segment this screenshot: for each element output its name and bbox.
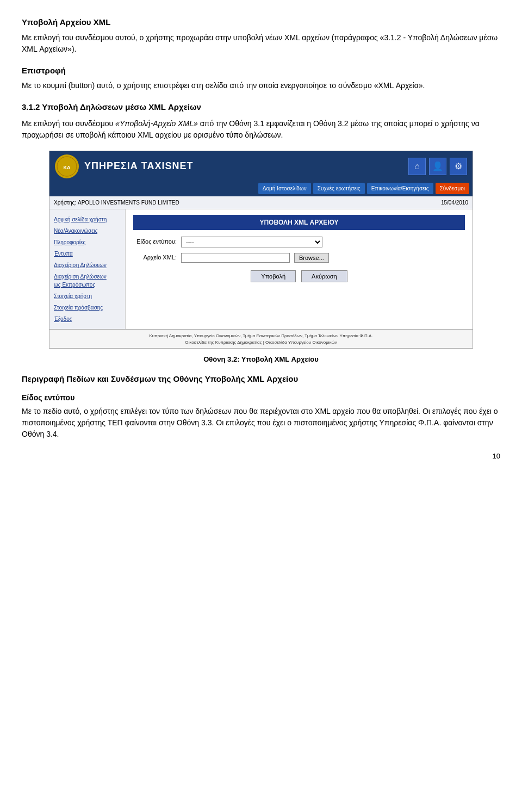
form-actions: Υποβολή Ακύρωση bbox=[133, 270, 465, 282]
fields-section-title: Περιγραφή Πεδίων και Συνδέσμων της Οθόνη… bbox=[22, 373, 500, 386]
section-xml-upload-title: Υποβολή Αρχείου XML bbox=[22, 16, 500, 29]
sidebar-link-logout[interactable]: Έξοδος bbox=[49, 313, 125, 325]
sidebar-link-home[interactable]: Αρχική σελίδα χρήστη bbox=[49, 214, 125, 225]
fields-subsection-body: Με το πεδίο αυτό, ο χρήστης επιλέγει τον… bbox=[22, 406, 500, 440]
subsection-title: 3.1.2 Υποβολή Δηλώσεων μέσω XML Αρχείων bbox=[22, 101, 500, 114]
nav-item-faq[interactable]: Συχνές ερωτήσεις bbox=[313, 183, 365, 194]
sidebar-link-news[interactable]: Νέα/Ανακοινώσεις bbox=[49, 225, 125, 237]
screenshot-footer: Κυπριακή Δημοκρατία, Υπουργείο Οικονομικ… bbox=[49, 329, 473, 348]
label-eidos-entypou: Είδος εντύπου: bbox=[133, 237, 177, 246]
form-row-eidos: Είδος εντύπου: ---- bbox=[133, 237, 465, 247]
user-info-label: Χρήστης: APOLLO INVESTMENTS FUND LIMITED bbox=[54, 199, 179, 207]
icon-home: ⌂ bbox=[408, 158, 426, 175]
main-form-content: ΥΠΟΒΟΛΗ XML ΑΡΧΕΙΟΥ Είδος εντύπου: ---- … bbox=[126, 209, 473, 329]
svg-text:ΚΔ: ΚΔ bbox=[64, 165, 71, 170]
footer-line1: Κυπριακή Δημοκρατία, Υπουργείο Οικονομικ… bbox=[54, 333, 468, 339]
nav-bar: Δομή Ιστοσελίδων Συχνές ερωτήσεις Επικοι… bbox=[49, 182, 473, 196]
sidebar-link-manage-decl-rep[interactable]: Διαχείριση Δηλώσεωνως Εκπρόσωπος bbox=[49, 271, 125, 290]
icon-settings: ⚙ bbox=[450, 158, 467, 175]
sidebar-link-access-info[interactable]: Στοιχεία πρόσβασης bbox=[49, 302, 125, 313]
date-label: 15/04/2010 bbox=[441, 199, 468, 207]
screenshot-caption: Οθόνη 3.2: Υποβολή XML Αρχείου bbox=[22, 354, 500, 365]
screenshot-header: ΚΔ ΥΠΗΡΕΣΙΑ TAXISNET ⌂ 👤 ⚙ bbox=[49, 151, 473, 182]
user-info-bar: Χρήστης: APOLLO INVESTMENTS FUND LIMITED… bbox=[49, 196, 473, 209]
fields-description-section: Περιγραφή Πεδίων και Συνδέσμων της Οθόνη… bbox=[22, 373, 500, 440]
label-arxeio-xml: Αρχείο XML: bbox=[133, 253, 177, 262]
icon-user: 👤 bbox=[429, 158, 446, 175]
sidebar-link-user-info[interactable]: Στοιχεία χρήστη bbox=[49, 290, 125, 302]
logo-icon: ΚΔ bbox=[55, 154, 79, 178]
sidebar-link-info[interactable]: Πληροφορίες bbox=[49, 237, 125, 248]
form-title: ΥΠΟΒΟΛΗ XML ΑΡΧΕΙΟΥ bbox=[133, 215, 465, 230]
header-logo-row: ΚΔ ΥΠΗΡΕΣΙΑ TAXISNET bbox=[55, 154, 194, 178]
sidebar-link-manage-decl[interactable]: Διαχείριση Δηλώσεων bbox=[49, 259, 125, 271]
select-eidos-entypou[interactable]: ---- bbox=[181, 237, 322, 247]
input-arxeio-xml[interactable] bbox=[181, 253, 290, 263]
subsection-para1: Με επιλογή του συνδέσμου «Υποβολή-Αρχείο… bbox=[22, 118, 500, 141]
nav-item-links[interactable]: Σύνδεσμοι bbox=[436, 183, 469, 194]
cancel-button[interactable]: Ακύρωση bbox=[301, 270, 347, 282]
section-xml-upload: Υποβολή Αρχείου XML Με επιλογή του συνδέ… bbox=[22, 16, 500, 55]
footer-line2: Οικοσελίδα της Κυπριακής Δημοκρατίας | Ο… bbox=[54, 339, 468, 346]
section-return-body: Με το κουμπί (button) αυτό, ο χρήστης επ… bbox=[22, 80, 500, 91]
screenshot-container: ΚΔ ΥΠΗΡΕΣΙΑ TAXISNET ⌂ 👤 ⚙ Δομή Ιστοσελί… bbox=[49, 151, 473, 349]
header-title: ΥΠΗΡΕΣΙΑ TAXISNET bbox=[84, 159, 194, 173]
page-number: 10 bbox=[22, 451, 500, 462]
content-area: Αρχική σελίδα χρήστη Νέα/Ανακοινώσεις Πλ… bbox=[49, 209, 473, 329]
fields-subsection-title: Είδος εντύπου bbox=[22, 392, 500, 404]
section-return-title: Επιστροφή bbox=[22, 65, 500, 77]
form-row-arxeio: Αρχείο XML: Browse... bbox=[133, 253, 465, 263]
browse-button[interactable]: Browse... bbox=[294, 253, 329, 263]
section-xml-upload-body: Με επιλογή του συνδέσμου αυτού, ο χρήστη… bbox=[22, 32, 500, 55]
submit-button[interactable]: Υποβολή bbox=[251, 270, 296, 282]
nav-item-home[interactable]: Δομή Ιστοσελίδων bbox=[258, 183, 311, 194]
sidebar-link-forms[interactable]: Έντυπα bbox=[49, 248, 125, 259]
nav-item-contact[interactable]: Επικοινωνία/Εισηγήσεις bbox=[367, 183, 433, 194]
subsection-3-1-2: 3.1.2 Υποβολή Δηλώσεων μέσω XML Αρχείων … bbox=[22, 101, 500, 141]
section-return: Επιστροφή Με το κουμπί (button) αυτό, ο … bbox=[22, 65, 500, 92]
header-icons: ⌂ 👤 ⚙ bbox=[408, 158, 467, 175]
left-sidebar: Αρχική σελίδα χρήστη Νέα/Ανακοινώσεις Πλ… bbox=[49, 209, 126, 329]
